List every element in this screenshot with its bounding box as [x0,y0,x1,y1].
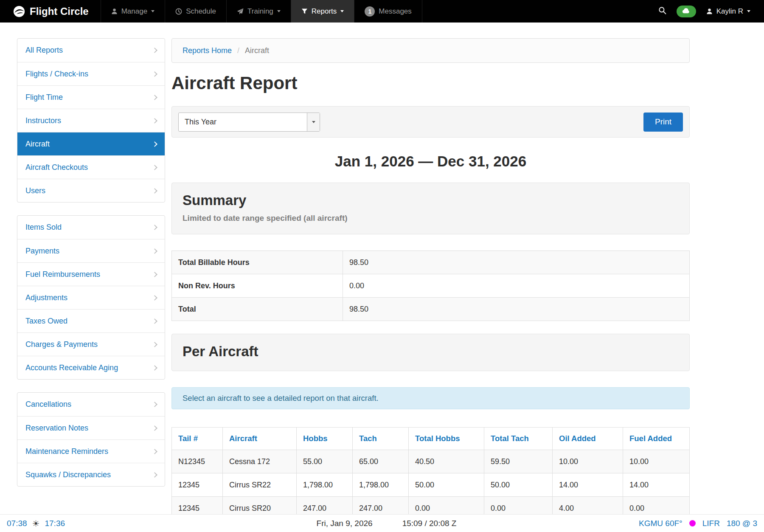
flight-rules-link[interactable]: LIFR [702,519,720,528]
search-icon [658,6,666,16]
person-icon [111,8,118,14]
sidebar-item-payments[interactable]: Payments [17,239,165,262]
caret-down-icon [277,10,281,12]
sidebar-item-label: Charges & Payments [25,340,98,349]
caret-down-icon [151,10,154,12]
cell-total-tach: 59.50 [484,450,553,473]
sidebar-item-aircraft[interactable]: Aircraft [17,132,165,155]
sidebar-item-label: Flight Time [25,93,63,102]
date-range-select[interactable]: This Year [178,113,320,132]
sidebar-item-aircraft-checkouts[interactable]: Aircraft Checkouts [17,155,165,179]
sidebar-item-flights-check-ins[interactable]: Flights / Check-ins [17,62,165,85]
table-row[interactable]: 12345 Cirrus SR22 1,798.00 1,798.00 50.0… [172,473,690,497]
status-bar: 07:38 ☀ 17:36 Fri, Jan 9, 2026 15:09 / 2… [0,514,764,532]
breadcrumb-reports-home[interactable]: Reports Home [183,46,232,55]
summary-row: Total Billable Hours 98.50 [172,251,690,274]
summary-row-label: Total Billable Hours [172,251,343,274]
cell-aircraft: Cirrus SR22 [223,473,297,497]
sidebar-item-maintenance-reminders[interactable]: Maintenance Reminders [17,439,165,463]
sidebar-item-fuel-reimbursements[interactable]: Fuel Reimbursements [17,262,165,286]
user-name: Kaylin R [716,7,743,16]
sidebar-item-label: Reservation Notes [25,424,88,433]
search-button[interactable] [658,6,666,16]
navbar-right: Kaylin R [658,0,764,23]
nav-messages[interactable]: 1 Messages [354,0,422,23]
sidebar-group-operations: Cancellations Reservation Notes Maintena… [17,392,165,487]
cell-aircraft: Cessna 172 [223,450,297,473]
clock-icon [175,8,182,15]
sunrise-time: 07:38 [7,519,27,528]
nav-label: Manage [121,7,147,16]
main-content: Reports Home / Aircraft Aircraft Report … [171,38,690,520]
cell-fuel-added: 10.00 [623,450,690,473]
sidebar-item-users[interactable]: Users [17,179,165,202]
breadcrumb: Reports Home / Aircraft [171,38,690,63]
sidebar-item-label: Payments [25,247,59,256]
cell-oil-added: 14.00 [553,473,623,497]
chevron-right-icon [152,48,157,53]
sidebar-item-instructors[interactable]: Instructors [17,109,165,132]
summary-row-label: Non Rev. Hours [172,274,343,298]
nav-reports[interactable]: Reports [291,0,354,23]
sync-status-button[interactable] [677,6,696,17]
sidebar-item-cancellations[interactable]: Cancellations [17,393,165,416]
summary-row: Total 98.50 [172,298,690,321]
print-button[interactable]: Print [643,113,683,132]
sidebar-item-label: Users [25,186,45,195]
send-icon [237,8,244,15]
cell-tach: 1,798.00 [353,473,409,497]
sidebar-item-label: Instructors [25,116,61,125]
chevron-right-icon [152,425,157,431]
column-header-tach: Tach [353,428,409,450]
zulu-time: 15:09 / 20:08 Z [402,519,457,528]
sidebar-item-label: Aircraft Checkouts [25,163,88,172]
nav-training[interactable]: Training [226,0,291,23]
user-menu[interactable]: Kaylin R [706,7,750,16]
sidebar-item-reservation-notes[interactable]: Reservation Notes [17,416,165,439]
sidebar-item-accounts-receivable-aging[interactable]: Accounts Receivable Aging [17,356,165,379]
page-title: Aircraft Report [171,73,690,93]
flight-circle-logo [13,5,25,18]
select-caret [307,113,320,131]
sidebar-item-taxes-owed[interactable]: Taxes Owed [17,309,165,332]
chevron-right-icon [152,141,157,147]
sun-times: 07:38 ☀ 17:36 [7,518,134,529]
reports-sidebar: All Reports Flights / Check-ins Flight T… [17,38,165,499]
sidebar-item-label: Fuel Reimbursements [25,270,100,279]
sidebar-item-label: Flights / Check-ins [25,70,88,79]
chevron-right-icon [152,295,157,301]
sidebar-item-flight-time[interactable]: Flight Time [17,85,165,109]
chevron-right-icon [152,342,157,347]
date-range-heading: Jan 1, 2026 — Dec 31, 2026 [171,153,690,170]
sidebar-item-items-sold[interactable]: Items Sold [17,216,165,239]
brand[interactable]: Flight Circle [0,0,101,23]
sidebar-item-all-reports[interactable]: All Reports [17,39,165,62]
summary-table: Total Billable Hours 98.50 Non Rev. Hour… [171,251,690,321]
wind-link[interactable]: 180 @ 3 [727,519,757,528]
cell-hobbs: 1,798.00 [297,473,353,497]
filter-panel: This Year Print [171,106,690,138]
table-row[interactable]: N12345 Cessna 172 55.00 65.00 40.50 59.5… [172,450,690,473]
breadcrumb-separator: / [237,46,239,55]
column-header-total-hobbs: Total Hobbs [409,428,484,450]
cell-fuel-added: 14.00 [623,473,690,497]
sidebar-item-charges-payments[interactable]: Charges & Payments [17,332,165,356]
sun-icon: ☀ [32,518,40,529]
sidebar-group-main: All Reports Flights / Check-ins Flight T… [17,38,165,203]
lifr-dot [689,520,696,526]
metar-station-link[interactable]: KGMU 60F° [639,519,683,528]
sidebar-item-label: Adjustments [25,293,67,302]
nav-schedule[interactable]: Schedule [165,0,226,23]
chevron-right-icon [152,449,157,454]
date-range-value: This Year [179,113,216,131]
nav-manage[interactable]: Manage [101,0,165,23]
summary-row-value: 98.50 [343,251,690,274]
cell-total-tach: 50.00 [484,473,553,497]
sidebar-item-adjustments[interactable]: Adjustments [17,286,165,309]
cell-oil-added: 10.00 [553,450,623,473]
sidebar-group-financial: Items Sold Payments Fuel Reimbursements … [17,215,165,380]
cell-total-hobbs: 50.00 [409,473,484,497]
sidebar-item-squawks-discrepancies[interactable]: Squawks / Discrepancies [17,463,165,486]
sidebar-item-label: Taxes Owed [25,317,67,326]
cell-hobbs: 55.00 [297,450,353,473]
